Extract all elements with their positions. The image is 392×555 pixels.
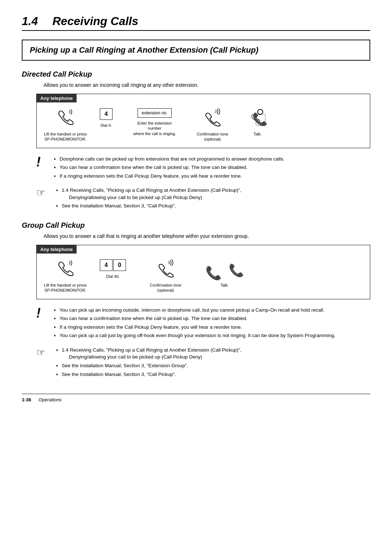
directed-pickup-section: Directed Call Pickup Allows you to answe…: [22, 70, 370, 211]
group-step-dial-40: 4 0 Dial 40.: [100, 259, 126, 279]
directed-note-exclamation: ! Doorphone calls can be picked up from …: [36, 155, 370, 181]
group-note-item-4: You can pick up a call just by going off…: [60, 332, 370, 339]
dial-4-label: Dial 4.: [101, 123, 112, 128]
dial-0-box-group: 0: [113, 259, 126, 271]
ref-item-2: See the Installation Manual, Section 3, …: [62, 202, 370, 210]
group-ringing-phone-icon: [156, 259, 175, 280]
directed-ref-note: ☞ 1.4 Receiving Calls, "Picking up a Cal…: [36, 187, 370, 211]
group-step-talk: 📞 📞 Talk.: [205, 259, 244, 288]
directed-steps-row: Lift the handset or pressSP-PHONE/MONITO…: [37, 102, 370, 148]
dial-40-label: Dial 40.: [106, 274, 119, 279]
ref-icon: ☞: [36, 187, 49, 199]
group-step-lift-handset: Lift the handset or pressSP-PHONE/MONITO…: [44, 259, 87, 293]
group-pickup-description: Allows you to answer a call that is ring…: [44, 233, 370, 239]
group-note-exclamation: ! You can pick up an incoming outside, i…: [36, 307, 370, 341]
step-talk: 📞 Talk.: [249, 108, 267, 137]
talk-icon: 📞: [249, 108, 267, 129]
step-lift-handset: Lift the handset or pressSP-PHONE/MONITO…: [44, 108, 87, 142]
group-ref-item-1: 1.4 Receiving Calls, "Picking up a Call …: [62, 347, 370, 361]
note-item-3: If a ringing extension sets the Call Pic…: [60, 173, 370, 180]
dial-4-box: 4: [100, 108, 113, 120]
directed-pickup-description: Allows you to answer an incoming call ri…: [44, 82, 370, 88]
directed-note-content: Doorphone calls can be picked up from ex…: [52, 155, 370, 181]
step-extension-no: extension no. Enter the extension number…: [133, 108, 176, 136]
group-note-item-2: You can hear a confirmation tone when th…: [60, 315, 370, 322]
group-ref-icon: ☞: [36, 347, 49, 358]
group-step-conf-tone: Confirmation tone(optional): [150, 259, 181, 293]
talk-label: Talk.: [253, 131, 262, 137]
group-ref-item-2: See the Installation Manual, Section 3, …: [62, 362, 370, 369]
group-steps-row: Lift the handset or pressSP-PHONE/MONITO…: [37, 254, 370, 299]
group-ref-content: 1.4 Receiving Calls, "Picking up a Call …: [54, 347, 370, 379]
step-lift-label: Lift the handset or pressSP-PHONE/MONITO…: [44, 131, 87, 142]
group-note-content: You can pick up an incoming outside, int…: [52, 307, 370, 341]
note-item-1: Doorphone calls can be picked up from ex…: [60, 155, 370, 163]
ref-item-1-sub: Denying/allowing your call to be picked …: [69, 195, 202, 200]
group-step-lift-label: Lift the handset or pressSP-PHONE/MONITO…: [44, 283, 87, 293]
directed-ref-content: 1.4 Receiving Calls, "Picking up a Call …: [54, 187, 370, 211]
step-dial-4: 4 Dial 4.: [100, 108, 113, 128]
conf-tone-label: Confirmation tone(optional): [197, 131, 228, 142]
section-number: 1.4: [22, 15, 38, 28]
group-note-item-1: You can pick up an incoming outside, int…: [60, 307, 370, 314]
group-pickup-section: Group Call Pickup Allows you to answer a…: [22, 221, 370, 379]
group-talk-icon: 📞 📞: [205, 259, 244, 280]
group-ref-note: ☞ 1.4 Receiving Calls, "Picking up a Cal…: [36, 347, 370, 379]
page-title: Picking up a Call Ringing at Another Ext…: [30, 45, 362, 55]
group-diagram-header: Any telephone: [37, 245, 77, 254]
exclamation-icon: !: [36, 155, 47, 169]
group-conf-tone-label: Confirmation tone(optional): [150, 283, 181, 293]
section-heading: 1.4 Receiving Calls: [22, 15, 370, 31]
step-conf-tone: Confirmation tone(optional): [197, 108, 228, 142]
svg-text:📞: 📞: [229, 263, 244, 278]
group-handset-icon: [56, 259, 74, 280]
directed-diagram-header: Any telephone: [37, 94, 77, 102]
directed-pickup-heading: Directed Call Pickup: [22, 70, 370, 78]
directed-pickup-diagram: Any telephone Lift the handset or pressS…: [36, 94, 370, 148]
page-footer: 1-36 Operations: [22, 394, 370, 402]
section-title: Receiving Calls: [52, 15, 138, 28]
page-title-box: Picking up a Call Ringing at Another Ext…: [22, 40, 370, 61]
extension-no-label: Enter the extension numberwhere the call…: [133, 121, 176, 136]
ref-item-1: 1.4 Receiving Calls, "Picking up a Call …: [62, 187, 370, 201]
ringing-phone-icon: [203, 108, 221, 129]
extension-no-box: extension no.: [138, 108, 171, 118]
handset-icon: [56, 108, 74, 129]
group-ref-item-1-sub: Denying/allowing your call to be picked …: [69, 354, 202, 360]
group-ref-item-3: See the Installation Manual, Section 3, …: [62, 371, 370, 378]
group-talk-label: Talk.: [220, 283, 229, 288]
svg-text:📞: 📞: [252, 112, 267, 126]
group-pickup-diagram: Any telephone Lift the handset or pressS…: [36, 245, 370, 299]
group-exclamation-icon: !: [36, 307, 47, 320]
group-note-item-3: If a ringing extension sets the Call Pic…: [60, 324, 370, 331]
dial-4-box-group: 4: [100, 259, 113, 271]
dial-40-boxes: 4 0: [100, 259, 126, 274]
footer-label: Operations: [38, 397, 62, 402]
footer-page-number: 1-36: [22, 397, 31, 402]
group-pickup-heading: Group Call Pickup: [22, 221, 370, 230]
note-item-2: You can hear a confirmation tone when th…: [60, 164, 370, 171]
